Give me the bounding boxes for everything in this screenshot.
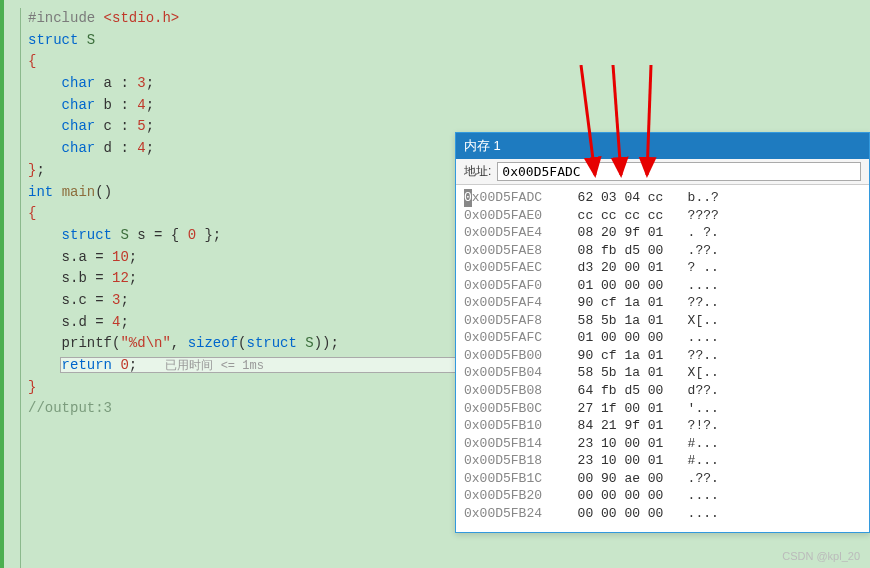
- memory-window: 内存 1 地址: 0x00D5FADC 62 03 04 cc b..?0x00…: [455, 132, 870, 533]
- memory-row[interactable]: 0x00D5FB18 23 10 00 01 #...: [464, 452, 861, 470]
- memory-row[interactable]: 0x00D5FAE0 cc cc cc cc ????: [464, 207, 861, 225]
- change-marker: [0, 0, 4, 568]
- watermark: CSDN @kpl_20: [782, 550, 860, 562]
- memory-row[interactable]: 0x00D5FB1C 00 90 ae 00 .??.: [464, 470, 861, 488]
- memory-window-title: 内存 1: [456, 133, 869, 159]
- code-line: {: [0, 51, 870, 73]
- memory-row[interactable]: 0x00D5FAF0 01 00 00 00 ....: [464, 277, 861, 295]
- memory-row[interactable]: 0x00D5FAE4 08 20 9f 01 . ?.: [464, 224, 861, 242]
- memory-row[interactable]: 0x00D5FAFC 01 00 00 00 ....: [464, 329, 861, 347]
- memory-row[interactable]: 0x00D5FB0C 27 1f 00 01 '...: [464, 400, 861, 418]
- memory-row[interactable]: 0x00D5FB14 23 10 00 01 #...: [464, 435, 861, 453]
- memory-row[interactable]: 0x00D5FB08 64 fb d5 00 d??.: [464, 382, 861, 400]
- memory-row[interactable]: 0x00D5FAF8 58 5b 1a 01 X[..: [464, 312, 861, 330]
- memory-hex-view[interactable]: 0x00D5FADC 62 03 04 cc b..?0x00D5FAE0 cc…: [456, 185, 869, 532]
- memory-address-bar: 地址:: [456, 159, 869, 185]
- memory-row[interactable]: 0x00D5FAE8 08 fb d5 00 .??.: [464, 242, 861, 260]
- perf-inlay: 已用时间 <= 1ms: [162, 359, 266, 373]
- memory-address-label: 地址:: [464, 163, 491, 180]
- memory-row[interactable]: 0x00D5FB00 90 cf 1a 01 ??..: [464, 347, 861, 365]
- code-line: struct S: [0, 30, 870, 52]
- code-line: char b : 4;: [0, 95, 870, 117]
- memory-address-input[interactable]: [497, 162, 861, 181]
- memory-row[interactable]: 0x00D5FADC 62 03 04 cc b..?: [464, 189, 861, 207]
- code-line: #include <stdio.h>: [0, 8, 870, 30]
- memory-row[interactable]: 0x00D5FB04 58 5b 1a 01 X[..: [464, 364, 861, 382]
- memory-row[interactable]: 0x00D5FB20 00 00 00 00 ....: [464, 487, 861, 505]
- memory-row[interactable]: 0x00D5FAEC d3 20 00 01 ? ..: [464, 259, 861, 277]
- code-line: char a : 3;: [0, 73, 870, 95]
- memory-row[interactable]: 0x00D5FB10 84 21 9f 01 ?!?.: [464, 417, 861, 435]
- memory-row[interactable]: 0x00D5FB24 00 00 00 00 ....: [464, 505, 861, 523]
- memory-row[interactable]: 0x00D5FAF4 90 cf 1a 01 ??..: [464, 294, 861, 312]
